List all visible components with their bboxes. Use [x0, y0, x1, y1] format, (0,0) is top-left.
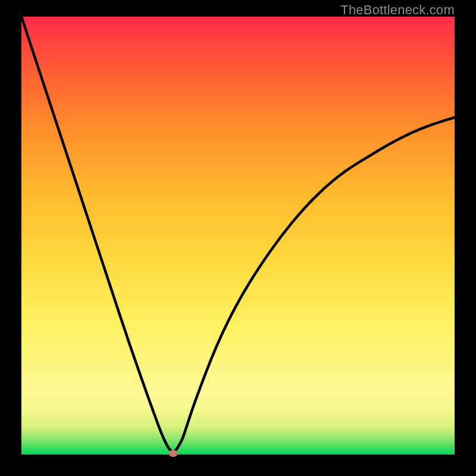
bottleneck-curve — [21, 17, 455, 455]
chart-frame: TheBottleneck.com — [0, 0, 476, 476]
watermark-text: TheBottleneck.com — [340, 2, 455, 18]
curve-path — [21, 17, 455, 452]
optimal-point-marker — [168, 450, 177, 457]
plot-area — [21, 17, 455, 455]
